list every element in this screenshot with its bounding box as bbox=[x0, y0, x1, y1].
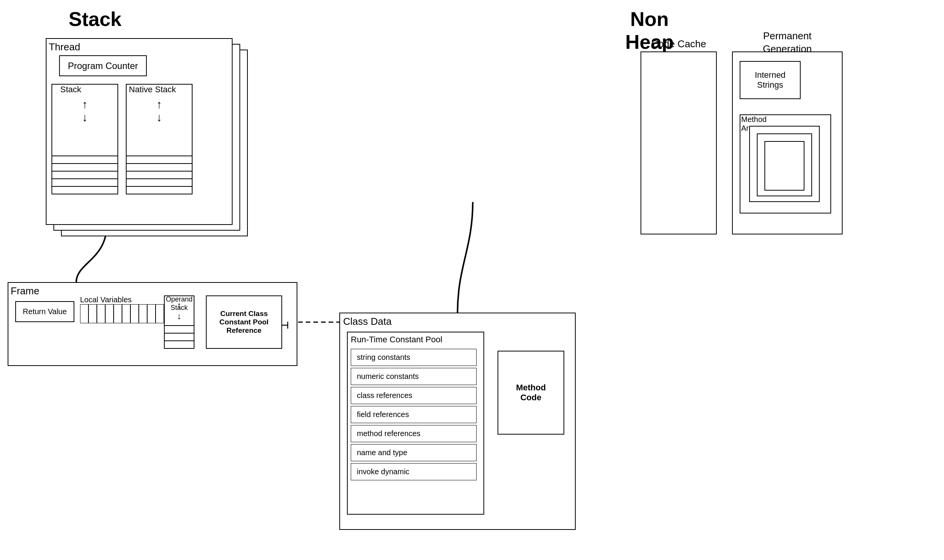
native-stack-label: Native Stack bbox=[129, 85, 176, 95]
cp-item-0: string constants bbox=[351, 349, 477, 366]
stack-section: Stack Thread Program Counter ↑ ↓ Stack ↑… bbox=[0, 0, 313, 560]
stack-inner-label: Stack bbox=[60, 85, 81, 95]
native-stack-box: ↑ ↓ bbox=[126, 84, 193, 194]
ccpr-box: Current Class Constant Pool Reference bbox=[206, 295, 282, 349]
local-var-cell bbox=[147, 304, 156, 323]
local-var-cell bbox=[130, 304, 139, 323]
heap-section: Heap Young Generation Old / Tenured Gene… bbox=[625, 0, 944, 560]
local-var-cell bbox=[80, 304, 88, 323]
class-data-label: Class Data bbox=[343, 316, 392, 327]
local-var-cell bbox=[122, 304, 130, 323]
local-var-cell bbox=[88, 304, 97, 323]
stack-title: Stack bbox=[69, 8, 122, 30]
local-var-cell bbox=[139, 304, 147, 323]
return-value-box: Return Value bbox=[15, 301, 74, 322]
cp-item-1: numeric constants bbox=[351, 368, 477, 385]
ccpr-arrow-symbol: ⊣ bbox=[281, 320, 289, 331]
program-counter-box: Program Counter bbox=[59, 55, 147, 76]
frame-label: Frame bbox=[11, 285, 39, 297]
thread-label: Thread bbox=[49, 41, 80, 53]
local-var-cell bbox=[97, 304, 105, 323]
stack-hlines bbox=[52, 156, 117, 194]
operand-stack-label: Operand Stack bbox=[158, 295, 200, 312]
cp-item-4: method references bbox=[351, 425, 477, 442]
native-stack-hlines bbox=[127, 156, 192, 194]
local-vars-label: Local Variables bbox=[80, 295, 132, 304]
cp-item-2: class references bbox=[351, 387, 477, 404]
stack-inner-box: ↑ ↓ bbox=[51, 84, 118, 194]
operand-hlines bbox=[165, 325, 194, 348]
cp-item-6: invoke dynamic bbox=[351, 463, 477, 480]
local-var-cell bbox=[114, 304, 122, 323]
local-var-cell bbox=[105, 304, 114, 323]
runtime-cp-label: Run-Time Constant Pool bbox=[351, 335, 442, 345]
cp-item-3: field references bbox=[351, 406, 477, 423]
method-code-box: Method Code bbox=[498, 351, 564, 435]
cp-item-5: name and type bbox=[351, 444, 477, 461]
